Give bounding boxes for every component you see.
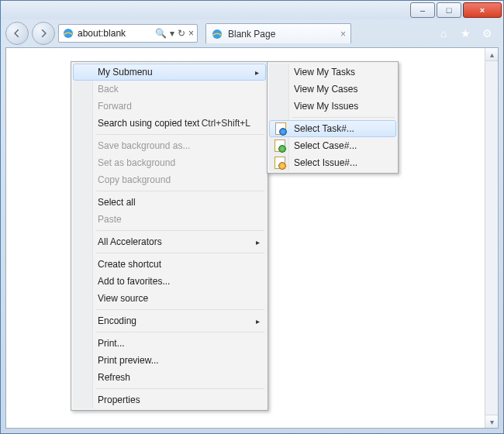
menu-separator xyxy=(96,332,264,332)
menu-item-print[interactable]: Print... xyxy=(73,335,266,352)
case-icon xyxy=(273,139,287,153)
tab-icon xyxy=(211,28,223,40)
menu-label: Encoding xyxy=(98,315,136,326)
menu-separator xyxy=(292,117,395,118)
menu-shortcut: Ctrl+Shift+L xyxy=(202,118,250,129)
menu-label: View My Cases xyxy=(294,84,357,95)
menu-label: Add to favorites... xyxy=(98,276,170,287)
address-text: about:blank xyxy=(78,28,152,39)
dropdown-icon[interactable]: ▾ xyxy=(170,28,174,39)
menu-item-search-copied[interactable]: Search using copied text Ctrl+Shift+L xyxy=(73,115,266,132)
menu-separator xyxy=(96,309,264,310)
window-buttons: – □ × xyxy=(409,2,502,18)
command-bar: ⌂ ★ ⚙ xyxy=(437,26,499,40)
menu-item-back: Back xyxy=(73,81,266,98)
forward-button[interactable] xyxy=(32,22,55,45)
menu-label: View My Issues xyxy=(294,101,358,112)
vertical-scrollbar[interactable]: ▴ ▾ xyxy=(485,48,498,428)
menu-item-my-submenu[interactable]: My Submenu ▸ xyxy=(73,64,266,81)
submenu-item-select-task[interactable]: Select Task#... xyxy=(269,120,396,137)
submenu-item-select-case[interactable]: Select Case#... xyxy=(269,137,396,154)
submenu-item-select-issue[interactable]: Select Issue#... xyxy=(269,154,396,171)
menu-item-properties[interactable]: Properties xyxy=(73,391,266,408)
refresh-icon[interactable]: ↻ xyxy=(178,28,185,39)
menu-label: Print preview... xyxy=(98,355,159,366)
menu-label: View My Tasks xyxy=(294,67,355,78)
menu-item-all-accelerators[interactable]: All Accelerators ▸ xyxy=(73,233,266,250)
menu-item-print-preview[interactable]: Print preview... xyxy=(73,352,266,369)
back-button[interactable] xyxy=(5,22,29,45)
menu-item-add-favorites[interactable]: Add to favorites... xyxy=(73,273,266,290)
menu-label: Back xyxy=(98,84,119,95)
scroll-down-icon[interactable]: ▾ xyxy=(485,415,498,428)
my-submenu: View My Tasks View My Cases View My Issu… xyxy=(267,61,399,174)
search-icon[interactable]: 🔍 xyxy=(155,28,167,39)
menu-label: My Submenu xyxy=(98,67,153,78)
tab-close-icon[interactable]: × xyxy=(340,29,346,40)
menu-label: Paste xyxy=(98,214,122,225)
tab-title: Blank Page xyxy=(228,29,275,40)
home-icon[interactable]: ⌂ xyxy=(437,26,450,40)
address-controls: 🔍 ▾ ↻ × xyxy=(155,28,194,39)
submenu-item-my-cases[interactable]: View My Cases xyxy=(269,81,396,98)
tools-icon[interactable]: ⚙ xyxy=(480,26,494,40)
back-arrow-icon xyxy=(12,28,22,39)
menu-label: Select all xyxy=(98,197,136,208)
menu-item-create-shortcut[interactable]: Create shortcut xyxy=(73,256,266,273)
menu-label: View source xyxy=(98,293,148,304)
task-icon xyxy=(274,122,288,136)
menu-separator xyxy=(96,230,264,231)
submenu-arrow-icon: ▸ xyxy=(256,317,260,326)
menu-item-encoding[interactable]: Encoding ▸ xyxy=(73,312,266,329)
browser-window: – □ × about:blank 🔍 ▾ ↻ × xyxy=(0,0,504,434)
titlebar: – □ × xyxy=(1,1,503,19)
scroll-up-icon[interactable]: ▴ xyxy=(485,48,498,61)
menu-label: Save background as... xyxy=(98,140,190,151)
menu-item-select-all[interactable]: Select all xyxy=(73,194,266,211)
submenu-item-my-issues[interactable]: View My Issues xyxy=(269,98,396,115)
ie-logo-icon xyxy=(62,27,74,40)
menu-label: Set as background xyxy=(98,157,175,168)
submenu-arrow-icon: ▸ xyxy=(256,238,260,246)
menu-separator xyxy=(96,253,264,253)
navigation-toolbar: about:blank 🔍 ▾ ↻ × Blank Page × ⌂ ★ ⚙ xyxy=(1,19,503,47)
submenu-arrow-icon: ▸ xyxy=(255,68,259,77)
context-menu: My Submenu ▸ Back Forward Search using c… xyxy=(71,61,268,411)
maximize-button[interactable]: □ xyxy=(437,2,461,18)
menu-label: Create shortcut xyxy=(98,259,161,270)
forward-arrow-icon xyxy=(38,28,49,39)
minimize-icon: – xyxy=(420,6,425,15)
menu-separator xyxy=(96,388,264,389)
menu-item-set-bg: Set as background xyxy=(73,154,266,171)
address-bar[interactable]: about:blank 🔍 ▾ ↻ × xyxy=(58,24,198,43)
menu-label: All Accelerators xyxy=(98,236,162,247)
close-button[interactable]: × xyxy=(463,2,502,18)
stop-icon[interactable]: × xyxy=(188,28,194,39)
menu-label: Refresh xyxy=(98,372,130,383)
issue-icon xyxy=(273,156,287,170)
menu-label: Search using copied text xyxy=(98,118,199,129)
maximize-icon: □ xyxy=(447,6,452,15)
menu-item-refresh[interactable]: Refresh xyxy=(73,369,266,386)
submenu-item-my-tasks[interactable]: View My Tasks xyxy=(269,64,396,81)
menu-item-paste: Paste xyxy=(73,211,266,228)
menu-label: Select Issue#... xyxy=(294,157,357,168)
menu-item-copy-bg: Copy background xyxy=(73,171,266,188)
menu-separator xyxy=(96,134,264,135)
tab-blank-page[interactable]: Blank Page × xyxy=(205,23,351,43)
menu-label: Copy background xyxy=(98,174,171,185)
favorites-icon[interactable]: ★ xyxy=(458,26,472,40)
menu-label: Select Case#... xyxy=(294,140,357,151)
menu-label: Print... xyxy=(98,338,125,349)
minimize-button[interactable]: – xyxy=(410,2,435,18)
menu-label: Select Task#... xyxy=(294,123,354,134)
menu-item-save-bg: Save background as... xyxy=(73,137,266,154)
menu-item-view-source[interactable]: View source xyxy=(73,290,266,307)
close-icon: × xyxy=(480,6,485,15)
menu-label: Forward xyxy=(98,101,132,112)
menu-separator xyxy=(96,191,264,191)
menu-item-forward: Forward xyxy=(73,98,266,115)
menu-label: Properties xyxy=(98,394,140,405)
